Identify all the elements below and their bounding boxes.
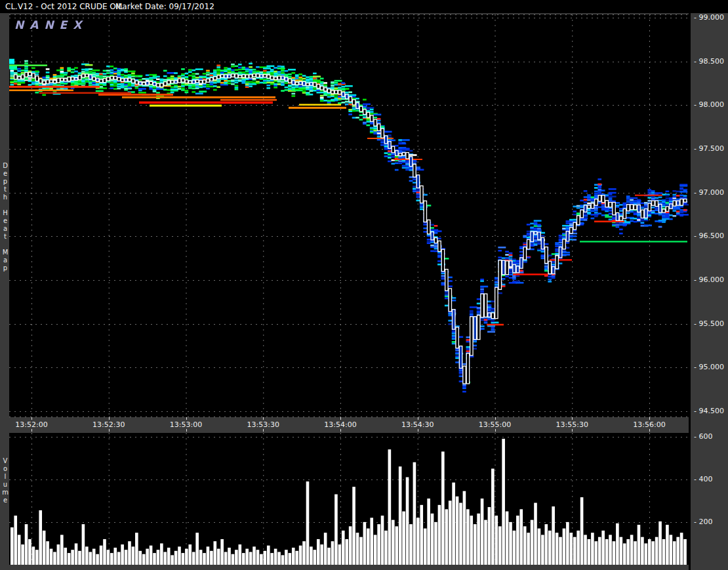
price-axis-label: - 97.500 <box>694 144 724 153</box>
time-axis-tick <box>572 417 573 420</box>
price-axis-label: - 98.000 <box>694 100 724 109</box>
price-axis-label: - 99.000 <box>694 13 724 22</box>
time-axis-tick <box>31 417 32 420</box>
time-axis-label: 13:54:30 <box>401 420 434 429</box>
volume-axis-label: - 600 <box>694 432 712 441</box>
page-title: CL.V12 - Oct 2012 CRUDE OIL <box>5 0 123 13</box>
time-axis-tick <box>263 429 264 432</box>
time-axis-label: 13:52:30 <box>92 420 125 429</box>
time-axis-label: 13:55:30 <box>556 420 588 429</box>
market-date-label: Market Date: 09/17/2012 <box>115 0 214 13</box>
time-axis-label: 13:53:00 <box>170 420 202 429</box>
time-axis-label: 13:53:30 <box>247 420 279 429</box>
time-axis-tick <box>495 429 496 432</box>
price-axis-label: - 97.000 <box>694 188 724 197</box>
price-axis: - 99.000- 98.500- 98.000- 97.500- 97.000… <box>689 13 728 570</box>
time-axis-tick <box>186 429 187 432</box>
depth-heatmap-canvas[interactable] <box>9 14 689 417</box>
time-axis-tick <box>109 429 110 432</box>
time-axis-tick <box>418 429 418 432</box>
time-axis: 13:52:0013:52:3013:53:0013:53:3013:54:00… <box>0 417 689 433</box>
time-axis-tick <box>495 417 496 420</box>
time-axis-tick <box>649 417 650 420</box>
time-axis-tick <box>340 417 341 420</box>
time-axis-tick <box>263 417 264 420</box>
price-axis-label: - 95.000 <box>694 363 724 371</box>
title-bar: CL.V12 - Oct 2012 CRUDE OIL Market Date:… <box>0 0 728 13</box>
time-axis-tick <box>649 429 650 432</box>
time-axis-label: 13:54:00 <box>324 420 356 429</box>
volume-panel-label: V o l u m e <box>1 457 9 504</box>
time-axis-tick <box>109 417 110 420</box>
price-axis-label: - 96.000 <box>694 275 724 284</box>
volume-axis-label: - 200 <box>694 518 712 526</box>
time-axis-tick <box>31 429 32 432</box>
time-axis-tick <box>418 417 418 420</box>
price-axis-label: - 95.500 <box>694 319 724 328</box>
volume-axis-label: - 400 <box>694 475 712 483</box>
time-axis-tick <box>186 417 187 420</box>
time-axis-tick <box>572 429 573 432</box>
price-axis-label: - 98.500 <box>694 57 724 66</box>
price-axis-label: - 96.500 <box>694 232 724 240</box>
nanex-chart-window: CL.V12 - Oct 2012 CRUDE OIL Market Date:… <box>0 0 728 570</box>
nanex-logo: NANEX <box>14 18 87 31</box>
price-axis-label: - 94.500 <box>694 407 724 415</box>
time-axis-label: 13:56:00 <box>633 420 665 429</box>
depth-heat-map-panel-label: D e p t h H e a t M a p <box>1 162 9 272</box>
time-axis-tick <box>340 429 341 432</box>
time-axis-label: 13:55:00 <box>479 420 511 429</box>
volume-bars-canvas[interactable] <box>9 433 689 565</box>
time-axis-label: 13:52:00 <box>15 420 47 429</box>
